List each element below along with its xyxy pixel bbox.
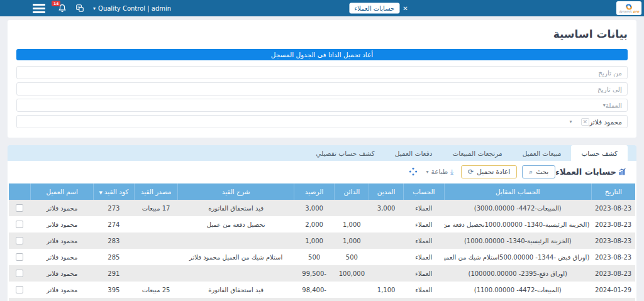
row-checkbox[interactable]: [16, 237, 23, 244]
cell-select: [9, 249, 31, 265]
cell-source: [134, 216, 178, 233]
chevron-down-icon[interactable]: ▾: [603, 102, 606, 108]
language-switch-button[interactable]: [75, 4, 84, 13]
hamburger-menu-icon[interactable]: [33, 4, 45, 13]
row-checkbox[interactable]: [16, 204, 23, 212]
cell-description: [178, 298, 294, 301]
cell-counter_account: (الخزينة الرئيسية-1340- 1000.00000): [444, 233, 591, 249]
to-date-input[interactable]: [22, 85, 622, 93]
cell-credit: 1,000: [335, 233, 369, 249]
cell-code: 283: [94, 233, 135, 249]
cell-description: [178, 233, 294, 249]
cell-code: 274: [94, 216, 135, 233]
column-header-debit[interactable]: المدين: [369, 183, 404, 200]
cell-counter_account: (اوراق قبض -1344- 500.00000استلام شيك من…: [444, 249, 591, 265]
column-header-select[interactable]: [9, 183, 31, 200]
reload-button[interactable]: ⟳ اعادة تحميل: [461, 165, 517, 178]
column-header-description[interactable]: شرح القيد: [178, 183, 294, 200]
open-screen-chip[interactable]: حسابات العملاء: [350, 3, 400, 14]
search-button[interactable]: ⌕ بحث: [522, 165, 555, 178]
cell-balance: 2,000: [294, 216, 335, 233]
column-header-source[interactable]: مصدر القيد: [134, 183, 178, 200]
notification-badge: 14: [52, 1, 60, 6]
user-menu[interactable]: ▾ Quality Control | admin: [93, 5, 171, 12]
cell-account: العملاء: [403, 265, 444, 282]
column-header-balance[interactable]: الرصيد: [294, 183, 335, 200]
table-body: 2023-08-23(المبيعات-4472- 3000.00000)الع…: [9, 200, 635, 301]
cell-date: 2023-08-23: [591, 216, 635, 233]
row-checkbox[interactable]: [16, 270, 23, 277]
table-row: 2023-08-23(اوراق دفع-2395- 100000.00000)…: [9, 265, 635, 282]
cell-description: تحصيل دفعة من عميل: [178, 216, 294, 233]
customer-select[interactable]: محمود فلاتر ▾ ✕: [16, 115, 628, 128]
table-row: 2023-08-23(المبيعات-4472- 3000.00000)الع…: [9, 200, 635, 216]
chevron-down-icon[interactable]: ▾: [570, 119, 572, 124]
column-header-date[interactable]: التاريخ: [591, 183, 635, 200]
cell-account: العملاء: [403, 200, 444, 216]
row-checkbox[interactable]: [16, 286, 23, 293]
user-menu-label: Quality Control | admin: [98, 5, 171, 12]
from-date-input[interactable]: [22, 69, 622, 77]
cell-source: [134, 265, 178, 282]
language-icon: [75, 4, 84, 13]
column-header-counter_account[interactable]: الحساب المقابل: [444, 183, 591, 200]
cell-debit: [369, 216, 404, 233]
print-button[interactable]: ▾ طباعة ⤓: [424, 166, 457, 178]
cell-select: [9, 265, 31, 282]
cell-account: العملاء: [403, 249, 444, 265]
move-handle-icon[interactable]: [409, 167, 418, 176]
cell-code: 285: [94, 249, 135, 265]
toolbar: حسابات العملاء ▾ طباعة ⤓ ⟳: [8, 161, 636, 182]
table-row: 2023-08-23(الخزينة الرئيسية-1340- 1000.0…: [9, 216, 635, 233]
cell-code: 449: [94, 298, 135, 301]
column-header-code[interactable]: كود القيد▼: [94, 183, 135, 200]
cell-source: [134, 233, 178, 249]
cell-date: 2024-01-29: [591, 282, 635, 298]
currency-select[interactable]: العملة ▾: [16, 99, 628, 112]
close-icon[interactable]: ✕: [402, 5, 408, 12]
tab-bar: كشف حساب مبيعات العميل مرتجعات المبيعات …: [8, 145, 636, 161]
tab-active[interactable]: كشف حساب: [571, 145, 628, 161]
cell-debit: 1,100: [369, 282, 404, 298]
tab-item[interactable]: مبيعات العميل: [513, 145, 572, 161]
cell-customer: محمود فلاتر: [31, 249, 94, 265]
cell-customer: محمود فلاتر: [31, 233, 94, 249]
cell-counter_account: (الخزينة الرئيسية-1340- 1000.00000تحصيل …: [444, 216, 591, 233]
statement-table: التاريخالحساب المقابلالحسابالمدينالدائنا…: [9, 183, 635, 301]
column-header-credit[interactable]: الدائن: [335, 183, 369, 200]
search-label: بحث: [536, 168, 548, 175]
tab-item[interactable]: كشف حساب تفصيلي: [306, 145, 385, 161]
cell-customer: محمود فلاتر: [31, 282, 94, 298]
cell-credit: [335, 282, 369, 298]
cell-balance: 500: [294, 249, 335, 265]
cell-description: قيد استحقاق الفاتورة: [178, 200, 294, 216]
chevron-down-icon: ▾: [93, 6, 96, 11]
statement-table-wrap: التاريخالحساب المقابلالحسابالمدينالدائنا…: [8, 182, 636, 301]
cell-description: قيد استحقاق الفاتورة: [178, 282, 294, 298]
cell-date: 2023-08-23: [591, 249, 635, 265]
cell-select: [9, 282, 31, 298]
tab-item[interactable]: مرتجعات المبيعات: [442, 145, 512, 161]
top-navbar: 14 ▾ Quality Control | admin حسابات العم…: [0, 0, 644, 16]
statement-panel: كشف حساب مبيعات العميل مرتجعات المبيعات …: [8, 145, 636, 301]
notifications-button[interactable]: 14: [58, 4, 67, 13]
row-checkbox[interactable]: [16, 253, 23, 261]
cell-credit: [335, 200, 369, 216]
cell-balance: 1,000: [294, 233, 335, 249]
column-header-customer[interactable]: اسم العميل: [31, 183, 94, 200]
tab-item[interactable]: دفعات العميل: [385, 145, 443, 161]
cell-code: 273: [94, 200, 135, 216]
cell-date: 2023-08-23: [591, 233, 635, 249]
table-row: 2024-01-29(المبيعات-4472- 1100.00000)الع…: [9, 282, 635, 298]
cell-select: [9, 298, 31, 301]
reload-data-banner-button[interactable]: أعاد تحميل الداتا فى الجدول المسجل: [16, 49, 628, 60]
row-checkbox[interactable]: [16, 221, 23, 228]
cell-select: [9, 233, 31, 249]
cell-date: 2024-02-19: [591, 298, 635, 301]
cell-balance: 98,400-: [294, 282, 335, 298]
cell-counter_account: (المبيعات-4472- 1100.00000): [444, 282, 591, 298]
cell-description: [178, 265, 294, 282]
clear-selection-icon[interactable]: ✕: [581, 118, 590, 126]
cell-select: [9, 216, 31, 233]
column-header-account[interactable]: الحساب: [403, 183, 444, 200]
